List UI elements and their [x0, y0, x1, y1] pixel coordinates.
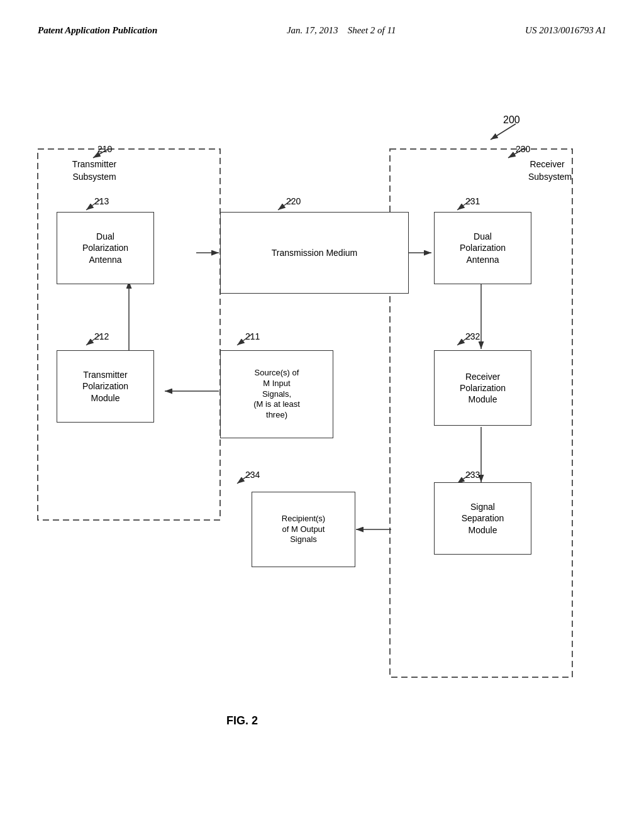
figure-label: FIG. 2 — [226, 714, 258, 728]
sheet-info: Sheet 2 of 11 — [348, 25, 396, 35]
signal-separation-box: SignalSeparationModule — [434, 482, 531, 555]
publication-date: Jan. 17, 2013 — [287, 25, 338, 35]
source-signals-box: Source(s) ofM InputSignals,(M is at leas… — [220, 350, 333, 438]
transmitter-subsystem-label: TransmitterSubsystem — [57, 158, 132, 183]
svg-line-16 — [508, 149, 523, 158]
svg-line-18 — [86, 199, 101, 210]
recipients-box: Recipient(s)of M OutputSignals — [252, 492, 355, 567]
ref-232-arrow — [450, 331, 481, 350]
ref-212-arrow — [79, 331, 110, 350]
dual-pol-antenna-tx-box: DualPolarizationAntenna — [57, 212, 154, 284]
transmitter-pol-module-box: TransmitterPolarizationModule — [57, 350, 154, 423]
ref-234-arrow — [230, 470, 261, 489]
dual-pol-antenna-rx-box: DualPolarizationAntenna — [434, 212, 531, 284]
svg-line-20 — [278, 199, 292, 210]
svg-line-14 — [93, 149, 108, 158]
publication-type: Patent Application Publication — [38, 25, 157, 36]
svg-line-26 — [237, 335, 252, 345]
ref-200-arrow — [478, 118, 528, 143]
svg-rect-2 — [38, 149, 220, 520]
svg-line-22 — [457, 199, 472, 210]
svg-line-24 — [86, 335, 101, 345]
page-header: Patent Application Publication Jan. 17, … — [0, 0, 644, 36]
diagram-area: 200 210 230 TransmitterSubsystem Receive… — [0, 42, 644, 784]
receiver-pol-module-box: ReceiverPolarizationModule — [434, 350, 531, 426]
svg-line-28 — [457, 335, 472, 345]
svg-line-11 — [491, 124, 516, 140]
publication-number: US 2013/0016793 A1 — [525, 25, 606, 36]
ref-211-arrow — [230, 331, 261, 350]
transmission-medium-box: Transmission Medium — [220, 212, 409, 294]
receiver-subsystem-label: ReceiverSubsystem — [528, 158, 566, 183]
svg-line-30 — [237, 473, 252, 484]
publication-date-sheet: Jan. 17, 2013 Sheet 2 of 11 — [287, 25, 396, 36]
